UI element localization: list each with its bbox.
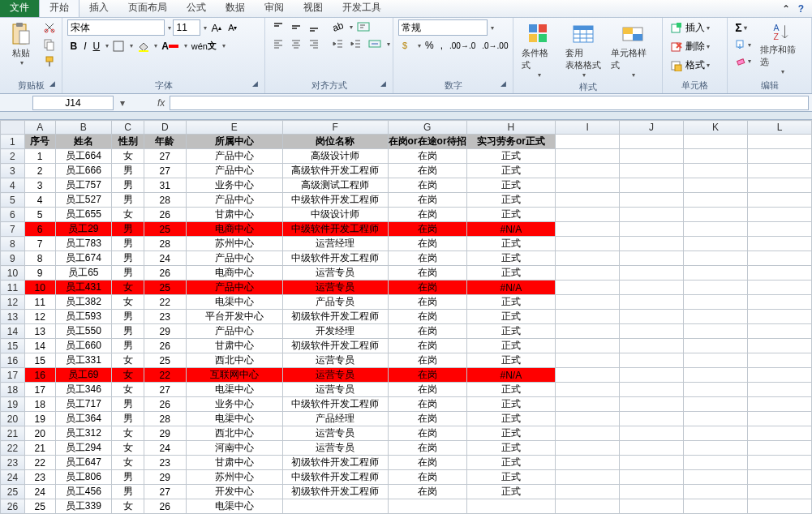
cell[interactable]: 28 [144, 412, 186, 426]
cell[interactable] [620, 164, 684, 178]
cell[interactable] [620, 237, 684, 251]
cell[interactable] [556, 324, 620, 339]
format-cells-button[interactable]: 格式 ▾ [668, 57, 712, 74]
format-painter-button[interactable] [41, 54, 58, 70]
wrap-text-button[interactable] [354, 19, 372, 34]
dialog-launcher-icon[interactable]: ◢ [380, 79, 386, 88]
cell[interactable] [556, 237, 620, 251]
underline-button[interactable]: U [90, 39, 102, 54]
cell[interactable]: 女 [112, 280, 144, 295]
column-header[interactable]: E [186, 121, 282, 135]
chevron-down-icon[interactable]: ▾ [168, 24, 171, 32]
cell[interactable]: 电渠中心 [186, 383, 282, 397]
cell[interactable]: 男 [112, 470, 144, 485]
row-header[interactable]: 13 [1, 310, 25, 324]
grow-font-button[interactable]: A▴ [208, 20, 224, 36]
cell[interactable] [556, 456, 620, 470]
tab-formula[interactable]: 公式 [177, 0, 216, 17]
cell[interactable] [556, 485, 620, 499]
cell[interactable]: 在岗 [388, 208, 466, 222]
phonetic-button[interactable]: wén文 [189, 38, 219, 54]
cell[interactable]: 25 [144, 280, 186, 295]
cell[interactable]: 员工666 [55, 164, 112, 178]
cell[interactable]: 员工806 [55, 470, 112, 485]
cell[interactable]: 产品中心 [186, 193, 282, 208]
cell[interactable]: 苏州中心 [186, 470, 282, 485]
table-header-cell[interactable]: 岗位名称 [282, 135, 388, 149]
cell[interactable]: 员工312 [55, 426, 112, 441]
cell[interactable] [620, 441, 684, 456]
align-center-button[interactable] [288, 36, 304, 51]
cell[interactable]: 正式 [466, 397, 556, 412]
cell[interactable]: 正式 [466, 485, 556, 499]
cell[interactable]: 在岗 [388, 310, 466, 324]
tab-data[interactable]: 数据 [216, 0, 255, 17]
cell[interactable]: 29 [144, 426, 186, 441]
fill-color-button[interactable] [135, 39, 151, 54]
cell[interactable] [556, 310, 620, 324]
tab-dev[interactable]: 开发工具 [333, 0, 391, 17]
cell[interactable] [747, 164, 811, 178]
cell[interactable]: 产品中心 [186, 280, 282, 295]
row-header[interactable]: 8 [1, 237, 25, 251]
cell[interactable] [747, 295, 811, 310]
cell[interactable]: 产品中心 [186, 164, 282, 178]
shrink-font-button[interactable]: A▾ [226, 21, 239, 34]
cell[interactable] [684, 397, 748, 412]
cell[interactable]: 运营专员 [282, 426, 388, 441]
dialog-launcher-icon[interactable]: ◢ [501, 79, 506, 88]
row-header[interactable]: 22 [1, 441, 25, 456]
cell[interactable] [556, 470, 620, 485]
chevron-down-icon[interactable]: ▾ [184, 42, 187, 49]
cell[interactable]: 22 [24, 456, 55, 470]
cell[interactable] [684, 456, 748, 470]
bold-button[interactable]: B [67, 39, 79, 54]
clear-button[interactable]: ▾ [733, 54, 754, 68]
cell[interactable]: 24 [144, 251, 186, 266]
cell[interactable]: 河南中心 [186, 441, 282, 456]
cell[interactable]: 高级软件开发工程师 [282, 164, 388, 178]
tab-home[interactable]: 开始 [39, 0, 79, 17]
row-header[interactable]: 1 [1, 135, 25, 149]
cell[interactable]: 26 [144, 208, 186, 222]
chevron-down-icon[interactable]: ▾ [105, 42, 109, 49]
cell[interactable]: 22 [144, 295, 186, 310]
column-header[interactable]: B [55, 121, 112, 135]
cell[interactable] [556, 178, 620, 193]
cell[interactable]: 女 [112, 499, 144, 514]
cell[interactable]: 29 [144, 470, 186, 485]
cell[interactable]: 28 [144, 193, 186, 208]
cell[interactable]: 苏州中心 [186, 237, 282, 251]
row-header[interactable]: 26 [1, 499, 25, 514]
row-header[interactable]: 23 [1, 456, 25, 470]
column-header[interactable]: L [747, 121, 811, 135]
fill-button[interactable]: ▾ [733, 37, 754, 52]
cell[interactable]: 业务中心 [186, 397, 282, 412]
chevron-down-icon[interactable]: ▾ [154, 42, 157, 49]
cell[interactable] [684, 251, 748, 266]
orientation-button[interactable]: ab [330, 19, 346, 34]
cell[interactable]: 运营经理 [282, 237, 388, 251]
cell[interactable]: 28 [144, 237, 186, 251]
cell[interactable] [747, 208, 811, 222]
cell[interactable] [556, 426, 620, 441]
cell[interactable] [620, 485, 684, 499]
cell[interactable]: 女 [112, 383, 144, 397]
cell[interactable]: 25 [24, 499, 55, 514]
cell[interactable]: 25 [144, 222, 186, 237]
name-box-dropdown[interactable]: ▾ [117, 97, 128, 109]
cell[interactable] [556, 499, 620, 514]
cell[interactable]: 产品专员 [282, 295, 388, 310]
cell[interactable]: 员工527 [55, 193, 112, 208]
cell[interactable]: 女 [112, 149, 144, 164]
cell[interactable] [747, 193, 811, 208]
tab-view[interactable]: 视图 [294, 0, 333, 17]
cell[interactable] [556, 339, 620, 353]
cell[interactable] [747, 470, 811, 485]
cell[interactable]: 员工783 [55, 237, 112, 251]
cell[interactable]: 18 [24, 397, 55, 412]
cell[interactable]: 27 [144, 383, 186, 397]
table-header-cell[interactable]: 性别 [112, 135, 144, 149]
cell[interactable] [684, 280, 748, 295]
cell[interactable]: 23 [24, 470, 55, 485]
